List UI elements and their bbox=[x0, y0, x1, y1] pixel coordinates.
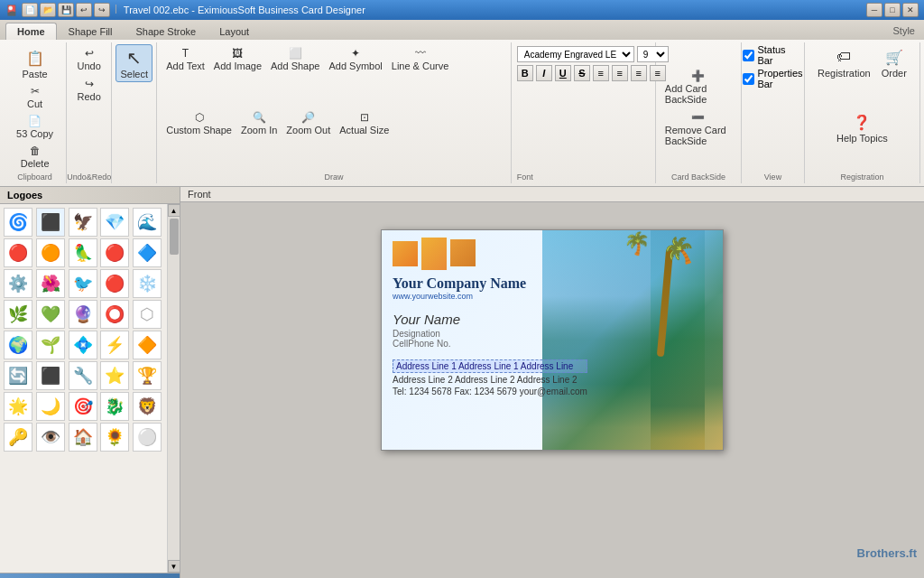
registration-group-label: Registration bbox=[840, 171, 883, 182]
underline-button[interactable]: U bbox=[555, 65, 571, 81]
list-item[interactable]: 🔴 bbox=[100, 238, 129, 267]
list-item[interactable]: 🌻 bbox=[100, 423, 129, 452]
canvas-workspace[interactable]: 🌴 🌴 Your Company Name www.yourwebsite.co… bbox=[180, 202, 924, 478]
status-bar-checkbox-label[interactable]: Status Bar bbox=[743, 44, 802, 66]
bold-button[interactable]: B bbox=[517, 65, 533, 81]
align-right-button[interactable]: ≡ bbox=[631, 65, 647, 81]
card-box-2 bbox=[421, 238, 447, 270]
list-item[interactable]: ⚡ bbox=[100, 331, 129, 359]
zoom-out-button[interactable]: 🔎 Zoom Out bbox=[282, 108, 334, 137]
list-item[interactable]: 🌿 bbox=[4, 300, 32, 329]
select-button[interactable]: ↖ Select bbox=[116, 44, 152, 82]
list-item[interactable]: 🔷 bbox=[133, 238, 162, 267]
list-item[interactable]: 🦁 bbox=[133, 392, 162, 421]
actual-size-button[interactable]: ⊡ Actual Size bbox=[336, 108, 393, 137]
add-text-button[interactable]: T Add Text bbox=[162, 44, 208, 73]
add-card-backside-button[interactable]: ➕ Add Card BackSide bbox=[661, 67, 735, 107]
redo-ribbon-button[interactable]: ↪ Redo bbox=[74, 75, 105, 104]
list-item[interactable]: 🎯 bbox=[69, 392, 97, 421]
maximize-btn[interactable]: □ bbox=[884, 3, 901, 17]
add-image-button[interactable]: 🖼 Add Image bbox=[210, 44, 265, 73]
tab-home[interactable]: Home bbox=[5, 23, 57, 40]
tab-shape-fill[interactable]: Shape Fill bbox=[57, 23, 125, 40]
list-item[interactable]: 🏠 bbox=[69, 423, 97, 452]
tab-shape-stroke[interactable]: Shape Stroke bbox=[124, 23, 208, 40]
line-curve-button[interactable]: 〰 Line & Curve bbox=[388, 44, 453, 73]
undo-btn[interactable]: ↩ bbox=[76, 3, 92, 17]
list-item[interactable]: 🔴 bbox=[100, 269, 129, 298]
list-item[interactable]: 🦜 bbox=[69, 238, 97, 267]
list-item[interactable]: 🔴 bbox=[4, 238, 32, 267]
align-center-button[interactable]: ≡ bbox=[612, 65, 628, 81]
list-item[interactable]: 🔑 bbox=[4, 423, 32, 452]
list-item[interactable]: 🌙 bbox=[36, 392, 65, 421]
business-card[interactable]: 🌴 🌴 Your Company Name www.yourwebsite.co… bbox=[381, 229, 724, 451]
help-topics-button[interactable]: ❓ Help Topics bbox=[833, 109, 892, 145]
properties-bar-checkbox-label[interactable]: Properties Bar bbox=[743, 68, 802, 89]
list-item[interactable]: 🌱 bbox=[36, 331, 65, 359]
custom-shape-button[interactable]: ⬡ Custom Shape bbox=[162, 108, 236, 137]
list-item[interactable]: 🏆 bbox=[133, 361, 162, 390]
undo-ribbon-button[interactable]: ↩ Undo bbox=[74, 44, 105, 73]
italic-button[interactable]: I bbox=[536, 65, 552, 81]
list-item[interactable]: 🔧 bbox=[69, 361, 97, 390]
list-item[interactable]: ❄️ bbox=[133, 269, 162, 298]
copy-button[interactable]: 📄 53 Copy bbox=[13, 112, 57, 141]
order-button[interactable]: 🛒 Order bbox=[878, 44, 910, 80]
list-item[interactable]: 💠 bbox=[69, 331, 97, 359]
list-item[interactable]: ⚙️ bbox=[4, 269, 32, 298]
scroll-down-arrow[interactable]: ▼ bbox=[168, 560, 180, 573]
remove-card-backside-button[interactable]: ➖ Remove Card BackSide bbox=[661, 108, 735, 148]
list-item[interactable]: 🦅 bbox=[69, 208, 97, 237]
list-item[interactable]: ⭐ bbox=[100, 361, 129, 390]
list-item[interactable]: ⬛ bbox=[36, 361, 65, 390]
list-item[interactable]: 🔶 bbox=[133, 331, 162, 359]
list-item[interactable]: 🟠 bbox=[36, 238, 65, 267]
save-btn[interactable]: 💾 bbox=[58, 3, 74, 17]
redo-btn[interactable]: ↪ bbox=[94, 3, 110, 17]
list-item[interactable]: 🌀 bbox=[4, 208, 32, 237]
list-item[interactable]: ⚪ bbox=[133, 423, 162, 452]
paste-button[interactable]: 📋 Paste bbox=[18, 44, 52, 82]
list-item[interactable]: 🌊 bbox=[133, 208, 162, 237]
close-btn[interactable]: ✕ bbox=[902, 3, 919, 17]
list-item[interactable]: ⬛ bbox=[36, 208, 65, 237]
font-name-select[interactable]: Academy Engraved LET bbox=[517, 46, 634, 62]
strikethrough-button[interactable]: S bbox=[574, 65, 590, 81]
list-item[interactable]: 🌍 bbox=[4, 331, 32, 359]
list-item[interactable]: 🔄 bbox=[4, 361, 32, 390]
minimize-btn[interactable]: ─ bbox=[866, 3, 882, 17]
add-shape-button[interactable]: ⬜ Add Shape bbox=[267, 44, 323, 73]
registration-button[interactable]: 🏷 Registration bbox=[814, 44, 874, 80]
list-item[interactable]: 🌺 bbox=[36, 269, 65, 298]
list-item[interactable]: 🐉 bbox=[100, 392, 129, 421]
add-symbol-button[interactable]: ✦ Add Symbol bbox=[325, 44, 385, 73]
zoom-in-button[interactable]: 🔍 Zoom In bbox=[237, 108, 281, 137]
list-item[interactable]: ⭕ bbox=[100, 300, 129, 329]
list-item[interactable]: ⬡ bbox=[133, 300, 162, 329]
list-item[interactable]: 💚 bbox=[36, 300, 65, 329]
new-btn[interactable]: 📄 bbox=[22, 3, 38, 17]
list-item[interactable]: 🔮 bbox=[69, 300, 97, 329]
tab-layout[interactable]: Layout bbox=[208, 23, 261, 40]
card-person-name: Your Name bbox=[393, 312, 587, 327]
ribbon: Home Shape Fill Shape Stroke Layout Styl… bbox=[0, 20, 924, 187]
scroll-up-arrow[interactable]: ▲ bbox=[168, 204, 180, 217]
align-left-button[interactable]: ≡ bbox=[593, 65, 609, 81]
card-cellphone: CellPhone No. bbox=[393, 339, 587, 349]
open-btn[interactable]: 📂 bbox=[40, 3, 56, 17]
scroll-thumb[interactable] bbox=[170, 219, 179, 255]
properties-bar-checkbox[interactable] bbox=[743, 73, 754, 85]
view-group-label: View bbox=[764, 171, 781, 182]
list-item[interactable]: 💎 bbox=[100, 208, 129, 237]
line-curve-icon: 〰 bbox=[413, 46, 428, 61]
list-item[interactable]: 🌟 bbox=[4, 392, 32, 421]
cut-button[interactable]: ✂ Cut bbox=[13, 82, 57, 111]
sidebar-item-logoes[interactable]: Logoes bbox=[0, 573, 180, 578]
delete-button[interactable]: 🗑 Delete bbox=[13, 142, 57, 171]
redo-icon: ↪ bbox=[82, 77, 97, 91]
card-address1[interactable]: Address Line 1 Address Line 1 Address Li… bbox=[393, 359, 587, 373]
status-bar-checkbox[interactable] bbox=[743, 50, 754, 61]
list-item[interactable]: 🐦 bbox=[69, 269, 97, 298]
list-item[interactable]: 👁️ bbox=[36, 423, 65, 452]
